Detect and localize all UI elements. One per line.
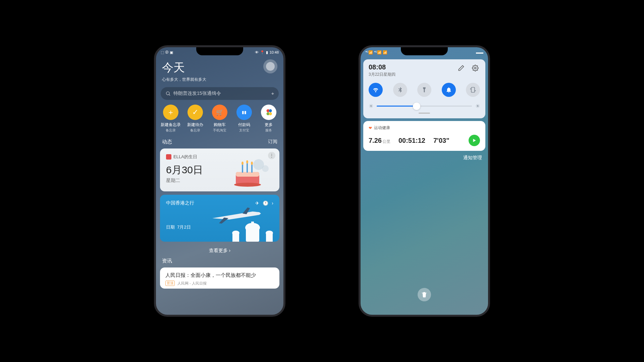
chevron-right-icon: ›: [272, 200, 273, 206]
quick-paycode[interactable]: ▮▮付款码支付宝: [234, 105, 255, 133]
panel-time: 08:08: [369, 63, 395, 71]
notification-management-link[interactable]: 通知管理: [361, 151, 488, 165]
svg-point-10: [241, 162, 244, 165]
notch: [401, 47, 448, 55]
section-feed-header: 动态 订阅: [156, 137, 283, 148]
panel-drag-handle[interactable]: [419, 113, 430, 114]
svg-point-12: [251, 162, 253, 165]
health-pace: 7'03": [433, 137, 449, 144]
health-distance: 7.26: [369, 137, 382, 144]
settings-button[interactable]: [471, 63, 480, 73]
card-health[interactable]: ❤运动健康 7.26公里 00:51:12 7'03": [363, 121, 485, 151]
news-source: 人民网 - 人民日报: [177, 281, 207, 286]
page-subtitle: 心有多大，世界就有多大: [162, 77, 277, 82]
pin-badge: 置顶: [165, 281, 175, 286]
svg-rect-21: [471, 87, 475, 93]
svg-point-11: [246, 160, 248, 164]
calendar-icon: [166, 154, 171, 160]
svg-rect-9: [251, 165, 253, 173]
page-title: 今天: [162, 60, 277, 75]
card-birthday[interactable]: ELLA的生日 6月30日 星期二 ⋮: [160, 148, 279, 191]
cake-icon: [229, 159, 269, 189]
heart-icon: ❤: [369, 126, 372, 130]
brightness-high-icon: ☀: [475, 103, 480, 109]
svg-point-6: [234, 183, 261, 187]
toggle-wifi[interactable]: [369, 83, 383, 97]
plus-icon: ＋: [163, 105, 178, 120]
section-feed-label: 动态: [162, 139, 172, 145]
health-distance-unit: 公里: [382, 139, 390, 144]
toggle-rotation[interactable]: [466, 83, 480, 97]
svg-point-0: [166, 92, 169, 95]
svg-line-1: [169, 95, 170, 96]
health-title: 运动健康: [374, 125, 390, 131]
search-icon: [165, 91, 171, 96]
search-input[interactable]: 特朗普连发15张通缉令 ⌖: [161, 87, 279, 100]
search-placeholder: 特朗普连发15张通缉令: [173, 90, 221, 97]
trash-icon: [421, 291, 428, 298]
bluetooth-icon: [397, 86, 404, 93]
notch: [196, 47, 243, 55]
scan-icon[interactable]: ⌖: [271, 91, 274, 97]
battery-icon: ▬▬: [476, 50, 483, 54]
rotation-icon: [470, 86, 476, 93]
quick-actions: ＋新建备忘录备忘录 ✓新建待办备忘录 🛒购物车手机淘宝 ▮▮付款码支付宝 🔴🔵🟢…: [156, 105, 283, 137]
header: 今天 心有多大，世界就有多大: [156, 57, 283, 87]
pencil-icon: [458, 65, 465, 71]
wifi-icon: [372, 86, 379, 94]
svg-point-3: [262, 165, 269, 172]
status-left-icons: ⬚ ⦿ ▣: [161, 50, 173, 55]
section-news-header: 资讯: [156, 256, 283, 267]
phone-right: ⁴ᴳ📶 ⁴ᴳ📶 📶 ▬▬ 08:08 3月22日星期四: [361, 47, 488, 315]
svg-rect-15: [251, 222, 254, 228]
trip-date: 7月2日: [177, 225, 191, 230]
svg-point-17: [232, 231, 239, 235]
birthday-label: ELLA的生日: [173, 154, 197, 160]
card-trip[interactable]: 中国香港之行 ✈ 🕐 › 日期 7月2日: [160, 195, 279, 242]
phone-left: ⬚ ⦿ ▣ 👁 📍 ▮ 10:48 今天 心有多大，世界就有多大 特朗普连发15…: [156, 47, 283, 315]
check-icon: ✓: [187, 105, 203, 120]
card-menu-button[interactable]: ⋮: [268, 152, 275, 159]
brightness-low-icon: ☀: [369, 103, 373, 109]
quick-new-memo[interactable]: ＋新建备忘录备忘录: [160, 105, 181, 133]
chevron-right-icon: ›: [229, 248, 231, 253]
battery-icon: ▮: [266, 50, 268, 55]
trip-date-label: 日期: [166, 225, 175, 230]
location-icon: 📍: [260, 50, 265, 55]
quick-settings-panel: 08:08 3月22日星期四 ☀ ☀: [363, 59, 485, 118]
card-news[interactable]: 人民日报：全面小康，一个民族都不能少 置顶 人民网 - 人民日报: [160, 267, 279, 289]
section-news-label: 资讯: [162, 258, 172, 264]
screen-left: ⬚ ⦿ ▣ 👁 📍 ▮ 10:48 今天 心有多大，世界就有多大 特朗普连发15…: [156, 47, 283, 315]
trip-title: 中国香港之行: [166, 200, 194, 206]
flashlight-icon: [421, 87, 427, 93]
clear-all-button[interactable]: [418, 288, 431, 301]
quick-new-todo[interactable]: ✓新建待办备忘录: [185, 105, 206, 133]
building-illustration: [229, 222, 276, 242]
edit-button[interactable]: [457, 63, 466, 73]
brightness-slider[interactable]: ☀ ☀: [369, 103, 480, 109]
news-headline: 人民日报：全面小康，一个民族都不能少: [165, 272, 274, 279]
svg-rect-7: [242, 165, 243, 173]
signal-icon: ⁴ᴳ📶 ⁴ᴳ📶 📶: [365, 50, 387, 55]
bell-icon: [445, 86, 452, 93]
eye-icon: 👁: [255, 50, 259, 54]
toggle-flashlight[interactable]: [417, 83, 431, 97]
play-button[interactable]: [469, 135, 480, 146]
view-more-button[interactable]: 查看更多 ›: [156, 245, 283, 256]
subscribe-link[interactable]: 订阅: [268, 139, 277, 145]
quick-more[interactable]: 🔴🔵🟢🟡更多服务: [258, 105, 279, 133]
qrcode-icon: ▮▮: [236, 105, 252, 120]
avatar[interactable]: [263, 59, 277, 73]
toggle-bluetooth[interactable]: [393, 83, 407, 97]
svg-rect-5: [236, 172, 259, 177]
status-time: 10:48: [269, 50, 279, 54]
gear-icon: [472, 65, 479, 71]
more-icon: 🔴🔵🟢🟡: [261, 105, 276, 120]
toggle-notifications[interactable]: [442, 83, 456, 97]
quick-cart[interactable]: 🛒购物车手机淘宝: [209, 105, 230, 133]
play-icon: [472, 138, 477, 143]
svg-point-19: [266, 231, 273, 235]
svg-point-20: [475, 67, 476, 69]
cart-icon: 🛒: [212, 105, 227, 120]
screen-right: ⁴ᴳ📶 ⁴ᴳ📶 📶 ▬▬ 08:08 3月22日星期四: [361, 47, 488, 315]
